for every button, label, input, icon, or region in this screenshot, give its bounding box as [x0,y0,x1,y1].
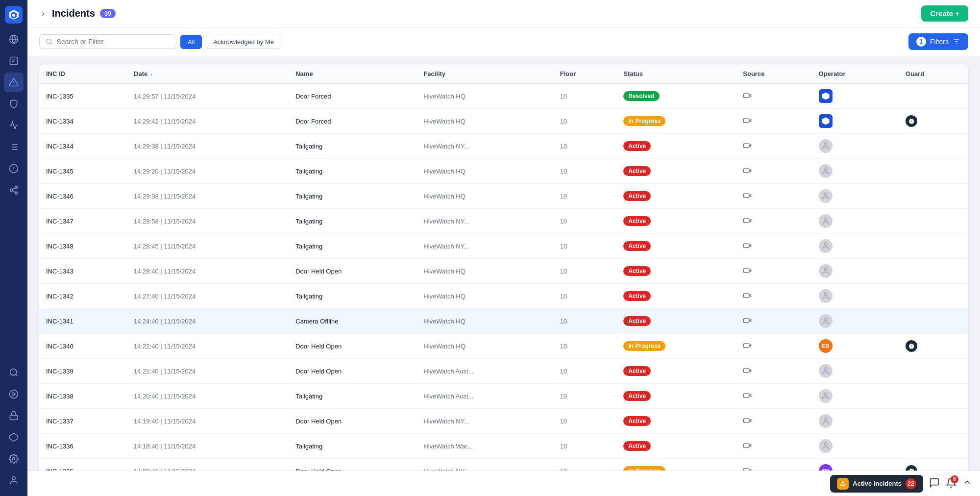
table-row[interactable]: INC-1348 14:28:45 | 11/15/2024 Tailgatin… [39,234,968,259]
active-incidents-label: Active Incidents [853,480,902,487]
sidebar-item-reports[interactable] [4,51,24,71]
cell-source [736,334,811,359]
table-row[interactable]: INC-1343 14:28:40 | 11/15/2024 Door Held… [39,259,968,284]
table-row[interactable]: INC-1338 14:20:40 | 11/15/2024 Tailgatin… [39,384,968,409]
operator-avatar [819,264,833,278]
cell-source [736,84,811,109]
sidebar-item-hexagon[interactable] [4,427,24,447]
cell-status: Resolved [616,84,736,109]
table-body: INC-1335 14:29:57 | 11/15/2024 Door Forc… [39,84,968,471]
table-row[interactable]: INC-1344 14:29:38 | 11/15/2024 Tailgatin… [39,134,968,159]
col-name[interactable]: Name [289,64,416,84]
cell-status: In Progress [616,459,736,471]
notification-badge: 8 [951,475,958,483]
active-incidents-pill[interactable]: ⚠ Active Incidents 22 [830,475,923,493]
create-button[interactable]: Create + [921,5,968,22]
cell-guard [899,434,968,459]
col-status[interactable]: Status [616,64,736,84]
warning-icon: ⚠ [837,478,849,490]
svg-rect-57 [744,344,749,347]
table-row[interactable]: INC-1334 14:29:42 | 11/15/2024 Door Forc… [39,109,968,134]
col-inc-id[interactable]: INC ID [39,64,127,84]
cell-guard [899,234,968,259]
cell-guard: 🕐 [899,334,968,359]
cell-status: Active [616,284,736,309]
operator-avatar [819,239,833,253]
cell-inc-id: INC-1335 [39,84,127,109]
svg-point-63 [824,418,827,421]
cell-facility: HiveWatch HQ [416,334,553,359]
svg-line-33 [50,43,52,45]
cell-date: 14:29:42 | 11/15/2024 [127,109,289,134]
table-row[interactable]: INC-1347 14:28:58 | 11/15/2024 Tailgatin… [39,209,968,234]
col-floor[interactable]: Floor [553,64,616,84]
table-row[interactable]: INC-1340 14:22:40 | 11/15/2024 Door Held… [39,334,968,359]
svg-point-65 [824,443,827,446]
table-row[interactable]: INC-1336 14:18:40 | 11/15/2024 Tailgatin… [39,434,968,459]
collapse-button[interactable] [962,477,972,490]
cell-source [736,259,811,284]
cell-guard [899,259,968,284]
table-row[interactable]: INC-1341 14:24:40 | 11/15/2024 Camera Of… [39,309,968,334]
tab-acknowledged[interactable]: Acknowledged by Me [206,35,281,49]
cell-source [736,309,811,334]
table-row[interactable]: INC-1335 14:09:40 | 11/15/2024 Door Held… [39,459,968,471]
cell-status: Active [616,184,736,209]
sidebar-item-nodes[interactable] [4,180,24,200]
sidebar-item-lock[interactable] [4,406,24,425]
svg-point-48 [824,218,827,221]
cell-date: 14:20:40 | 11/15/2024 [127,384,289,409]
svg-point-30 [13,458,15,460]
col-guard[interactable]: Guard [899,64,968,84]
cell-operator [812,359,899,384]
sidebar-item-settings[interactable] [4,449,24,469]
cell-name: Tailgating [289,209,416,234]
table-row[interactable]: INC-1346 14:29:08 | 11/15/2024 Tailgatin… [39,184,968,209]
col-facility[interactable]: Facility [416,64,553,84]
sidebar-item-globe[interactable] [4,29,24,49]
cell-inc-id: INC-1335 [39,459,127,471]
col-source[interactable]: Source [736,64,811,84]
cell-name: Door Held Open [289,334,416,359]
sidebar-item-emergency[interactable] [4,159,24,178]
notifications-button[interactable]: 8 [946,477,956,490]
sidebar-item-alerts[interactable] [4,73,24,92]
svg-line-23 [12,188,15,189]
search-input[interactable] [57,38,170,46]
sidebar-item-monitoring[interactable] [4,384,24,404]
chat-button[interactable] [929,477,940,490]
svg-rect-53 [744,294,749,298]
col-operator[interactable]: Operator [812,64,899,84]
svg-marker-38 [822,93,829,100]
tab-all[interactable]: All [180,35,202,49]
app-logo[interactable] [5,6,23,24]
table-container[interactable]: INC ID Date ↓ Name Facility Floor Status… [27,56,980,471]
bottom-icons: 8 [929,477,972,490]
sidebar-item-list[interactable] [4,137,24,157]
cell-name: Door Held Open [289,259,416,284]
cell-date: 14:28:45 | 11/15/2024 [127,234,289,259]
cell-name: Door Forced [289,109,416,134]
sidebar-item-shield[interactable] [4,94,24,114]
table-row[interactable]: INC-1337 14:19:40 | 11/15/2024 Door Held… [39,409,968,434]
col-date[interactable]: Date ↓ [127,64,289,84]
filters-button[interactable]: 1 Filters [908,33,968,50]
table-row[interactable]: INC-1342 14:27:40 | 11/15/2024 Tailgatin… [39,284,968,309]
cell-operator [812,209,899,234]
cell-name: Tailgating [289,134,416,159]
svg-point-24 [10,369,17,375]
cell-source [736,209,811,234]
table-row[interactable]: INC-1339 14:21:40 | 11/15/2024 Door Held… [39,359,968,384]
sidebar-item-search[interactable] [4,363,24,382]
sidebar-item-user[interactable] [4,471,24,490]
svg-rect-37 [744,94,749,98]
filterbar-left: All Acknowledged by Me [39,34,281,49]
svg-point-32 [47,39,51,44]
svg-rect-41 [744,144,749,148]
cell-status: In Progress [616,109,736,134]
sidebar-item-workflow[interactable] [4,116,24,135]
cell-inc-id: INC-1337 [39,409,127,434]
cell-floor: 10 [553,309,616,334]
table-row[interactable]: INC-1335 14:29:57 | 11/15/2024 Door Forc… [39,84,968,109]
table-row[interactable]: INC-1345 14:29:20 | 11/15/2024 Tailgatin… [39,159,968,184]
